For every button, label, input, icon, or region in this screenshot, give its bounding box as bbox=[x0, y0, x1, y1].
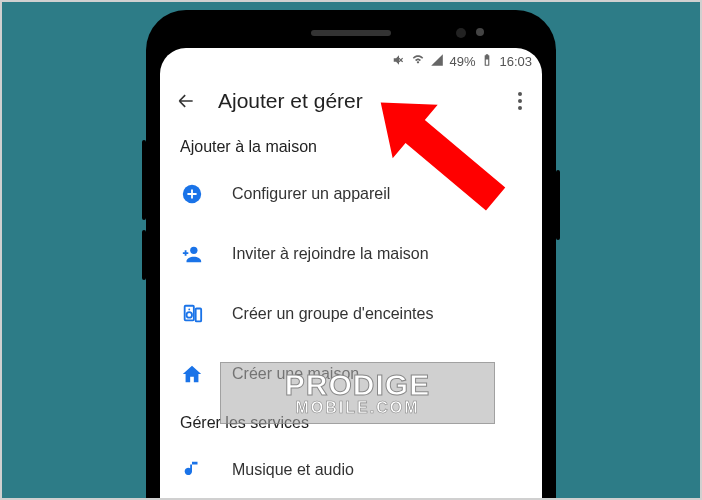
wifi-icon bbox=[411, 53, 425, 70]
item-music-audio[interactable]: Musique et audio bbox=[160, 440, 542, 500]
power-button bbox=[556, 170, 560, 240]
item-label: Créer un groupe d'enceintes bbox=[232, 305, 433, 323]
more-menu-button[interactable] bbox=[514, 88, 526, 114]
app-header: Ajouter et gérer bbox=[160, 74, 542, 128]
svg-point-1 bbox=[190, 247, 197, 254]
item-label: Créer une maison bbox=[232, 365, 359, 383]
home-icon bbox=[180, 362, 204, 386]
plus-circle-icon bbox=[180, 182, 204, 206]
svg-point-3 bbox=[187, 312, 193, 318]
battery-icon bbox=[480, 53, 494, 70]
section-heading-add: Ajouter à la maison bbox=[160, 128, 542, 164]
speaker-group-icon bbox=[180, 302, 204, 326]
music-note-icon bbox=[180, 458, 204, 482]
item-speaker-group[interactable]: Créer un groupe d'enceintes bbox=[160, 284, 542, 344]
bixby-button bbox=[142, 230, 146, 280]
screen: 49% 16:03 Ajouter et gérer Ajouter à la … bbox=[160, 48, 542, 500]
item-setup-device[interactable]: Configurer un appareil bbox=[160, 164, 542, 224]
item-invite-home[interactable]: Inviter à rejoindre la maison bbox=[160, 224, 542, 284]
item-label: Inviter à rejoindre la maison bbox=[232, 245, 429, 263]
svg-rect-5 bbox=[196, 309, 202, 322]
volume-button bbox=[142, 140, 146, 220]
phone-frame: 49% 16:03 Ajouter et gérer Ajouter à la … bbox=[146, 10, 556, 500]
svg-point-4 bbox=[188, 309, 190, 311]
sensor-dot bbox=[476, 28, 484, 36]
status-bar: 49% 16:03 bbox=[160, 48, 542, 74]
back-button[interactable] bbox=[176, 91, 196, 111]
clock: 16:03 bbox=[499, 54, 532, 69]
page-title: Ajouter et gérer bbox=[218, 89, 363, 113]
sensor-dot bbox=[456, 28, 466, 38]
item-label: Configurer un appareil bbox=[232, 185, 390, 203]
item-create-home[interactable]: Créer une maison bbox=[160, 344, 542, 404]
person-add-icon bbox=[180, 242, 204, 266]
battery-percent: 49% bbox=[449, 54, 475, 69]
mute-icon bbox=[392, 53, 406, 70]
section-heading-manage: Gérer les services bbox=[160, 404, 542, 440]
item-label: Musique et audio bbox=[232, 461, 354, 479]
signal-icon bbox=[430, 53, 444, 70]
